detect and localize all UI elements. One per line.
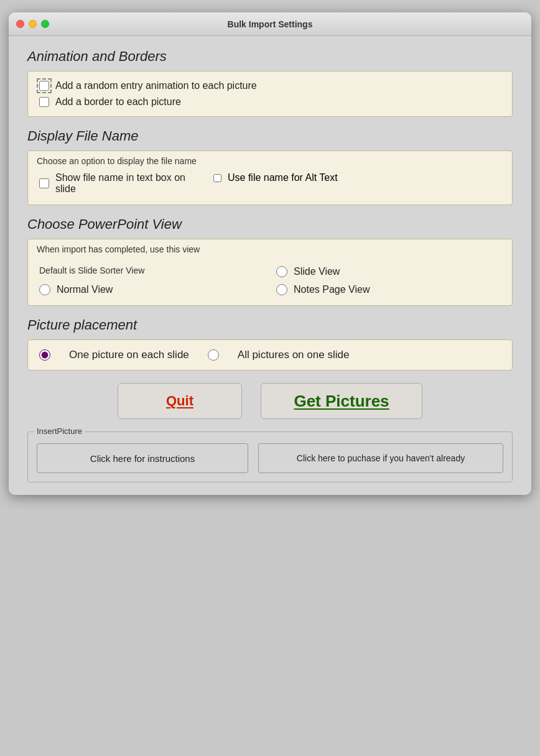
animation-checkbox-row: Add a random entry animation to each pic… <box>39 80 501 91</box>
window-controls <box>16 20 49 28</box>
picture-placement-options: One picture on each slide All pictures o… <box>39 349 501 361</box>
normal-view-label: Normal View <box>57 284 113 295</box>
alt-text-col: Use file name for Alt Text <box>213 172 501 183</box>
insert-picture-buttons: Click here for instructions Click here t… <box>37 443 503 473</box>
alt-text-label: Use file name for Alt Text <box>228 172 338 183</box>
border-label: Add a border to each picture <box>55 96 181 108</box>
choose-view-inner: Default is Slide Sorter View Slide View … <box>28 254 512 305</box>
notes-view-row: Notes Page View <box>276 284 501 295</box>
show-filename-label: Show file name in text box on slide <box>55 172 201 195</box>
close-button[interactable] <box>16 20 24 28</box>
display-filename-heading: Display File Name <box>27 128 513 144</box>
notes-view-label: Notes Page View <box>294 284 370 295</box>
insert-picture-legend: InsertPicture <box>34 426 85 436</box>
slide-view-row: Slide View <box>276 265 501 278</box>
animation-checkbox[interactable] <box>39 81 49 91</box>
display-filename-options: Show file name in text box on slide Use … <box>39 172 501 195</box>
one-picture-label: One picture on each slide <box>69 349 189 361</box>
display-filename-inner: Show file name in text box on slide Use … <box>28 166 512 205</box>
display-filename-legend: Choose an option to display the file nam… <box>28 151 512 166</box>
purchase-button[interactable]: Click here to puchase if you haven't alr… <box>258 443 503 473</box>
choose-view-heading: Choose PowerPoint View <box>27 216 513 233</box>
picture-placement-panel: One picture on each slide All pictures o… <box>27 339 513 371</box>
show-filename-row: Show file name in text box on slide <box>39 172 201 195</box>
choose-view-panel: When import has completed, use this view… <box>27 239 513 306</box>
instructions-button[interactable]: Click here for instructions <box>37 443 248 473</box>
view-grid: Default is Slide Sorter View Slide View … <box>39 260 501 295</box>
one-picture-radio[interactable] <box>39 349 50 361</box>
maximize-button[interactable] <box>41 20 49 28</box>
minimize-button[interactable] <box>29 20 37 28</box>
display-filename-panel: Choose an option to display the file nam… <box>27 150 513 205</box>
notes-view-radio[interactable] <box>276 284 287 295</box>
titlebar: Bulk Import Settings <box>9 12 531 36</box>
content-area: Animation and Borders Add a random entry… <box>9 36 531 495</box>
all-pictures-radio[interactable] <box>208 349 219 361</box>
animation-label: Add a random entry animation to each pic… <box>55 80 257 91</box>
animation-borders-panel: Add a random entry animation to each pic… <box>27 71 513 117</box>
picture-placement-heading: Picture placement <box>27 317 513 333</box>
quit-button[interactable]: Quit <box>118 383 242 419</box>
all-pictures-label: All pictures on one slide <box>238 349 350 361</box>
get-pictures-button[interactable]: Get Pictures <box>261 383 422 419</box>
main-window: Bulk Import Settings Animation and Borde… <box>9 12 531 495</box>
show-filename-col: Show file name in text box on slide <box>39 172 201 195</box>
action-buttons: Quit Get Pictures <box>27 383 513 419</box>
border-checkbox-row: Add a border to each picture <box>39 96 501 108</box>
slide-view-radio[interactable] <box>276 266 287 277</box>
border-checkbox[interactable] <box>39 97 49 107</box>
animation-borders-heading: Animation and Borders <box>27 48 513 65</box>
show-filename-checkbox[interactable] <box>39 178 49 188</box>
default-view-label: Default is Slide Sorter View <box>39 265 264 278</box>
slide-view-label: Slide View <box>294 266 340 277</box>
window-title: Bulk Import Settings <box>228 19 313 29</box>
normal-view-row: Normal View <box>39 284 264 295</box>
alt-text-checkbox[interactable] <box>213 174 221 182</box>
normal-view-radio[interactable] <box>39 284 50 295</box>
insert-picture-box: InsertPicture Click here for instruction… <box>27 431 513 482</box>
choose-view-legend: When import has completed, use this view <box>28 239 512 254</box>
